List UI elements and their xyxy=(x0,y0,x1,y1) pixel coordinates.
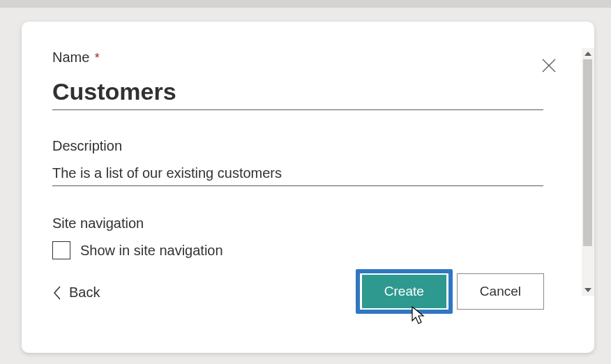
scroll-thumb[interactable] xyxy=(583,59,592,246)
show-in-navigation-label: Show in site navigation xyxy=(80,243,223,259)
svg-marker-2 xyxy=(584,52,591,56)
show-in-navigation-checkbox[interactable] xyxy=(52,241,70,259)
name-input[interactable] xyxy=(52,73,543,110)
create-button[interactable]: Create xyxy=(362,275,446,308)
show-in-navigation-row[interactable]: Show in site navigation xyxy=(52,241,545,259)
name-label-row: Name * xyxy=(52,50,545,66)
back-label: Back xyxy=(69,285,100,301)
scroll-down-button[interactable] xyxy=(582,285,594,296)
description-input[interactable] xyxy=(52,157,543,186)
create-list-dialog: Name * Description Site navigation Show … xyxy=(22,22,594,353)
name-label: Name xyxy=(52,50,89,66)
required-indicator: * xyxy=(95,51,100,65)
description-label: Description xyxy=(52,138,545,154)
site-navigation-label: Site navigation xyxy=(52,215,545,232)
window-top-bar xyxy=(0,0,611,8)
scroll-up-button[interactable] xyxy=(582,48,594,59)
chevron-left-icon xyxy=(52,285,62,301)
create-button-highlight: Create xyxy=(356,269,453,314)
dialog-body: Name * Description Site navigation Show … xyxy=(52,50,545,301)
svg-marker-3 xyxy=(584,288,591,292)
back-button[interactable]: Back xyxy=(52,285,100,301)
dialog-scrollbar[interactable] xyxy=(582,48,594,296)
dialog-actions: Create Cancel xyxy=(356,269,544,314)
cancel-button[interactable]: Cancel xyxy=(457,273,544,310)
